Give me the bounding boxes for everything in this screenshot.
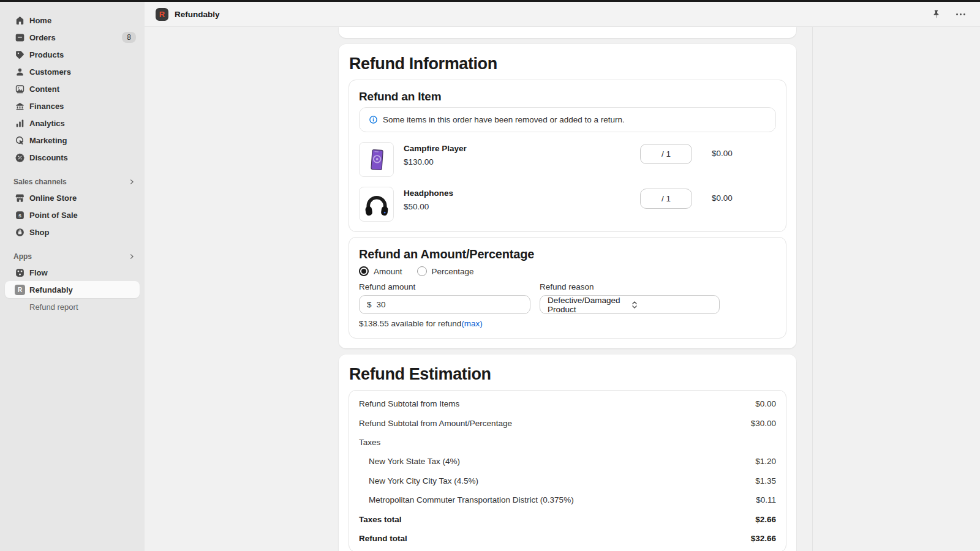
refund-amount-input[interactable] bbox=[377, 300, 522, 309]
sidebar-item-label: Refund report bbox=[29, 302, 78, 312]
sidebar-item-refund-report[interactable]: Refund report bbox=[0, 298, 145, 315]
shop-bag-icon bbox=[15, 227, 25, 238]
sidebar-item-finances[interactable]: Finances bbox=[0, 97, 145, 114]
sidebar-item-label: Discounts bbox=[29, 153, 68, 162]
refund-information-card: Refund Information Refund an Item Some i… bbox=[339, 44, 796, 348]
refund-reason-field-group: Refund reason Defective/Damaged Product bbox=[540, 282, 720, 328]
storefront-icon bbox=[15, 193, 25, 203]
amount-radio[interactable] bbox=[359, 266, 369, 276]
product-image-headphones bbox=[359, 187, 394, 222]
product-price: $50.00 bbox=[404, 202, 640, 211]
estimation-row-tax: New York City City Tax (4.5%)$1.35 bbox=[359, 471, 776, 490]
refund-an-item-title: Refund an Item bbox=[359, 90, 776, 103]
refundably-logo: R bbox=[156, 8, 168, 21]
window-top-strip bbox=[0, 0, 980, 2]
refundably-app-icon: R bbox=[15, 285, 25, 295]
flow-icon bbox=[15, 268, 25, 278]
select-updown-icon bbox=[630, 300, 713, 310]
sidebar-item-content[interactable]: Content bbox=[0, 80, 145, 97]
chevron-right-icon bbox=[127, 178, 136, 186]
available-for-refund-note: $138.55 available for refund(max) bbox=[359, 319, 530, 328]
sidebar-item-label: Products bbox=[29, 50, 64, 59]
sidebar-item-label: Flow bbox=[29, 268, 48, 277]
estimation-row-tax: Metropolitan Commuter Transportation Dis… bbox=[359, 490, 776, 509]
estimation-row-refund-total: Refund total$32.66 bbox=[359, 529, 776, 548]
sidebar-section-apps[interactable]: Apps bbox=[0, 249, 145, 264]
sidebar-item-products[interactable]: Products bbox=[0, 46, 145, 63]
estimation-row-tax: New York State Tax (4%)$1.20 bbox=[359, 452, 776, 471]
sidebar-item-refundably[interactable]: R Refundably bbox=[5, 281, 140, 298]
product-price: $130.00 bbox=[404, 157, 640, 167]
product-name: Campfire Player bbox=[404, 144, 640, 153]
ellipsis-icon[interactable] bbox=[955, 9, 967, 20]
product-row-campfire-player: Campfire Player $130.00 $0.00 bbox=[359, 142, 776, 177]
sidebar-item-customers[interactable]: Customers bbox=[0, 63, 145, 80]
estimation-row-taxes-total: Taxes total$2.66 bbox=[359, 509, 776, 528]
sidebar-item-online-store[interactable]: Online Store bbox=[0, 189, 145, 206]
pin-icon[interactable] bbox=[931, 9, 941, 20]
sidebar-item-orders[interactable]: Orders 8 bbox=[0, 29, 145, 46]
sidebar-item-label: Marketing bbox=[29, 136, 67, 145]
sidebar-item-home[interactable]: Home bbox=[0, 12, 145, 29]
percentage-radio-label[interactable]: Percentage bbox=[432, 267, 474, 276]
max-link[interactable]: (max) bbox=[461, 319, 483, 328]
product-name: Headphones bbox=[404, 189, 640, 198]
sidebar: Home Orders 8 Products Customers Content… bbox=[0, 2, 145, 551]
section-label: Apps bbox=[13, 252, 32, 261]
previous-card-tail bbox=[339, 27, 796, 38]
sidebar-section-sales-channels[interactable]: Sales channels bbox=[0, 174, 145, 189]
refund-reason-label: Refund reason bbox=[540, 282, 720, 291]
sidebar-item-label: Point of Sale bbox=[29, 211, 78, 220]
sidebar-item-marketing[interactable]: Marketing bbox=[0, 132, 145, 149]
refund-amount-title: Refund an Amount/Percentage bbox=[359, 246, 776, 262]
estimation-row-taxes-header: Taxes bbox=[359, 433, 776, 452]
refund-quantity-input[interactable] bbox=[640, 144, 692, 164]
sidebar-item-point-of-sale[interactable]: s Point of Sale bbox=[0, 206, 145, 223]
target-cursor-icon bbox=[15, 135, 25, 146]
refund-estimation-table: Refund Subtotal from Items$0.00 Refund S… bbox=[349, 390, 786, 551]
info-icon bbox=[368, 114, 379, 125]
discount-badge-icon bbox=[15, 152, 25, 163]
sidebar-item-label: Content bbox=[29, 84, 59, 94]
sidebar-item-analytics[interactable]: Analytics bbox=[0, 114, 145, 132]
refund-an-item-section: Refund an Item Some items in this order … bbox=[349, 80, 786, 232]
pos-icon: s bbox=[15, 210, 25, 220]
sidebar-item-label: Customers bbox=[29, 67, 71, 77]
info-banner: Some items in this order have been remov… bbox=[359, 107, 776, 132]
chevron-right-icon bbox=[127, 252, 136, 261]
refund-reason-value: Defective/Damaged Product bbox=[548, 296, 630, 314]
sidebar-item-shop[interactable]: Shop bbox=[0, 223, 145, 241]
refund-amount-field-group: Refund amount $ $138.55 available for re… bbox=[359, 282, 530, 328]
refund-quantity-input[interactable] bbox=[640, 189, 692, 209]
bar-chart-icon bbox=[15, 118, 25, 129]
sidebar-item-label: Finances bbox=[29, 102, 64, 111]
app-content-area: Refund Information Refund an Item Some i… bbox=[145, 27, 813, 551]
sidebar-item-label: Online Store bbox=[29, 193, 77, 203]
product-refund-amount: $0.00 bbox=[712, 187, 776, 203]
available-text: $138.55 available for refund bbox=[359, 319, 461, 328]
refund-reason-select[interactable]: Defective/Damaged Product bbox=[540, 295, 720, 314]
estimation-row: Refund Subtotal from Items$0.00 bbox=[359, 394, 776, 413]
percentage-radio[interactable] bbox=[417, 266, 427, 276]
product-image-campfire-player bbox=[359, 142, 394, 177]
orders-count-badge: 8 bbox=[122, 32, 136, 43]
app-title: Refundably bbox=[175, 10, 220, 19]
sidebar-item-discounts[interactable]: Discounts bbox=[0, 149, 145, 166]
sidebar-item-label: Analytics bbox=[29, 119, 65, 128]
product-row-headphones: Headphones $50.00 $0.00 bbox=[359, 187, 776, 222]
section-label: Sales channels bbox=[13, 178, 67, 186]
info-banner-text: Some items in this order have been remov… bbox=[383, 115, 625, 124]
currency-prefix: $ bbox=[367, 300, 372, 309]
refund-estimation-title: Refund Estimation bbox=[349, 364, 786, 384]
orders-icon bbox=[15, 32, 25, 43]
amount-radio-label[interactable]: Amount bbox=[374, 267, 402, 276]
svg-text:s: s bbox=[18, 212, 21, 218]
sidebar-item-flow[interactable]: Flow bbox=[0, 264, 145, 281]
product-refund-amount: $0.00 bbox=[712, 142, 776, 158]
tag-icon bbox=[15, 50, 25, 60]
refund-information-title: Refund Information bbox=[349, 54, 786, 73]
sidebar-item-label: Shop bbox=[29, 228, 50, 237]
bank-icon bbox=[15, 101, 25, 111]
sidebar-item-label: Home bbox=[29, 16, 51, 25]
sidebar-item-label: Orders bbox=[29, 33, 56, 42]
